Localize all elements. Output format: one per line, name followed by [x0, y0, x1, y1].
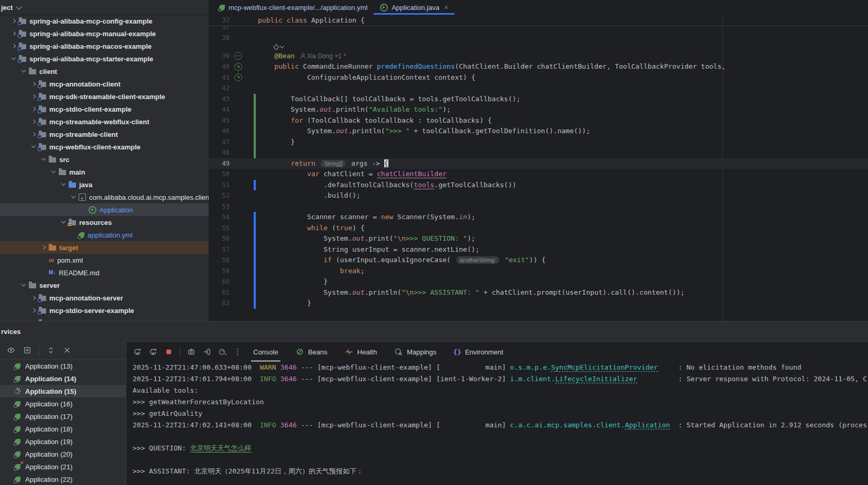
service-item[interactable]: Application (20)	[0, 448, 126, 460]
tree-item[interactable]: mcp-streamable-webflux-client	[0, 115, 209, 128]
tab-environment[interactable]: {} Environment	[448, 342, 509, 362]
tree-item[interactable]: mcp-streamble-client	[0, 128, 209, 141]
service-item[interactable]: Application (22)	[0, 473, 126, 485]
tree-item[interactable]: resources	[0, 216, 209, 229]
tree-item[interactable]: mcp-annotation-client	[0, 78, 209, 90]
code-line[interactable]: 46 System.out.println(">>> " + toolCallb…	[209, 126, 868, 137]
tree-item[interactable]: main	[0, 166, 209, 178]
tree-item[interactable]: com.alibaba.cloud.ai.mcp.samples.client	[0, 191, 209, 203]
sticky-line[interactable]: 32public class Application {	[209, 15, 868, 26]
ai-inlay-icon[interactable]	[274, 44, 284, 51]
tab-mappings[interactable]: Mappings	[388, 342, 441, 362]
chevron-right-icon[interactable]	[9, 40, 19, 52]
collapse-all-icon[interactable]	[62, 346, 72, 355]
chevron-down-icon[interactable]	[59, 216, 69, 229]
code-line[interactable]: 39← @BeanXia Dong +1 *	[209, 51, 868, 62]
code-line[interactable]: 59 break;	[209, 266, 868, 277]
tree-item[interactable]: Application	[0, 203, 209, 216]
chevron-right-icon[interactable]	[29, 292, 39, 304]
code-line[interactable]: 55 while (true) {	[209, 223, 868, 234]
service-item[interactable]: Application (13)	[0, 360, 126, 372]
service-item[interactable]: Application (19)	[0, 435, 126, 448]
code-line[interactable]: 62 }	[209, 298, 868, 309]
tab-application-java[interactable]: Application.java ×	[374, 0, 454, 15]
code-line[interactable]: 49 return String[] args -> {	[209, 158, 868, 169]
code-line[interactable]: 47 }	[209, 137, 868, 148]
tab-application-yml[interactable]: mcp-webflux-client-example/.../applicati…	[213, 0, 374, 15]
chevron-down-icon[interactable]	[29, 141, 39, 153]
code-line[interactable]: 38	[209, 33, 868, 44]
profiler-icon[interactable]	[218, 347, 227, 357]
tree-item[interactable]: mcp-annotation-server	[0, 292, 209, 304]
code-line[interactable]: 50 var chatClient = chatClientBuilder	[209, 169, 868, 180]
rerun-icon[interactable]	[133, 347, 142, 357]
code-line[interactable]: 51 .defaultToolCallbacks(tools.getToolCa…	[209, 180, 868, 191]
view-mode-icon[interactable]	[6, 346, 16, 355]
service-item[interactable]: Application (16)	[0, 397, 126, 410]
tree-item[interactable]: mcp-stdio-client-example	[0, 103, 209, 115]
code-line[interactable]: 48	[209, 147, 868, 158]
tree-item[interactable]: server	[0, 279, 209, 292]
chevron-right-icon[interactable]	[39, 241, 49, 254]
attach-to-process-icon[interactable]	[202, 347, 212, 357]
tree-item[interactable]: M↓README.md	[0, 266, 209, 279]
code-line[interactable]: 42	[209, 83, 868, 94]
code-line[interactable]: 61 System.out.println("\n>>> ASSISTANT: …	[209, 287, 868, 298]
tree-item[interactable]: client	[0, 65, 209, 78]
chevron-down-icon[interactable]	[9, 52, 19, 65]
service-item[interactable]: Application (15)	[0, 385, 126, 397]
tree-item[interactable]: spring-ai-alibaba-mcp-starter-example	[0, 52, 209, 65]
chevron-down-icon[interactable]	[39, 153, 49, 166]
chevron-down-icon[interactable]	[59, 178, 69, 191]
tree-item[interactable]: application.yml	[0, 229, 209, 241]
code-line[interactable]: 57 String userInput = scanner.nextLine()…	[209, 244, 868, 255]
chevron-right-icon[interactable]	[29, 103, 39, 115]
code-editor[interactable]: 32public class Application {373839← @Bea…	[209, 15, 868, 321]
tree-item[interactable]: mcp-streamable-webflux-server	[0, 317, 209, 321]
code-line[interactable]: 45 for (ToolCallback toolCallback : tool…	[209, 115, 868, 126]
code-line[interactable]: 40↘ public CommandLineRunner predefinedQ…	[209, 61, 868, 72]
chevron-right-icon[interactable]	[29, 90, 39, 103]
thread-dump-icon[interactable]	[187, 347, 196, 357]
ai-inlay-line[interactable]	[209, 44, 868, 51]
close-icon[interactable]: ×	[444, 3, 448, 12]
chevron-down-icon[interactable]	[49, 166, 59, 178]
code-line[interactable]: 60 }	[209, 276, 868, 287]
tree-item[interactable]: spring-ai-alibaba-mcp-config-example	[0, 15, 209, 27]
open-in-new-tab-icon[interactable]	[23, 346, 32, 355]
console-output[interactable]: 2025-11-22T21:47:00.633+08:00 WARN 3646 …	[126, 362, 868, 485]
chevron-right-icon[interactable]	[29, 115, 39, 128]
bean-injection-icon[interactable]: ←	[234, 52, 242, 60]
logger-link[interactable]: i.m.client.	[510, 375, 555, 383]
chevron-down-icon[interactable]	[69, 191, 79, 203]
code-line[interactable]: 37	[209, 26, 868, 33]
logger-link[interactable]: Application	[625, 421, 670, 429]
chevron-right-icon[interactable]	[9, 27, 19, 40]
chevron-right-icon[interactable]	[29, 78, 39, 90]
tree-item[interactable]: target	[0, 241, 209, 254]
logger-link[interactable]: LifecycleInitializer	[555, 375, 637, 383]
service-item[interactable]: ×Application (21)	[0, 460, 126, 473]
chevron-down-icon[interactable]	[19, 279, 29, 292]
project-panel-header[interactable]: ject	[0, 0, 209, 15]
code-line[interactable]: 43 ToolCallback[] toolCallbacks = tools.…	[209, 94, 868, 105]
tree-item[interactable]: mcp-webflux-client-example	[0, 141, 209, 153]
tree-item[interactable]: mcp-sdk-streamable-client-example	[0, 90, 209, 103]
stop-icon[interactable]	[164, 347, 173, 357]
bean-icon[interactable]: ↘	[234, 63, 242, 71]
tab-console[interactable]: Console	[248, 342, 284, 362]
code-line[interactable]: 58 if (userInput.equalsIgnoreCase( anoth…	[209, 255, 868, 266]
code-line[interactable]: 52 .build();	[209, 190, 868, 201]
tab-health[interactable]: Health	[339, 342, 383, 362]
service-item[interactable]: Application (18)	[0, 423, 126, 435]
service-item[interactable]: Application (14)	[0, 372, 126, 385]
chevron-down-icon[interactable]	[19, 65, 29, 78]
tree-item[interactable]: spring-ai-alibaba-mcp-nacos-example	[0, 40, 209, 52]
code-line[interactable]: 53	[209, 201, 868, 212]
logger-link[interactable]: c.a.c.ai.mcp.samples.client.	[510, 421, 625, 429]
tab-beans[interactable]: Beans	[290, 342, 333, 362]
bean-icon[interactable]: ↘	[234, 73, 242, 81]
code-line[interactable]: 44 System.out.println("Available tools:"…	[209, 104, 868, 115]
tree-item[interactable]: src	[0, 153, 209, 166]
expand-all-icon[interactable]	[46, 346, 56, 355]
